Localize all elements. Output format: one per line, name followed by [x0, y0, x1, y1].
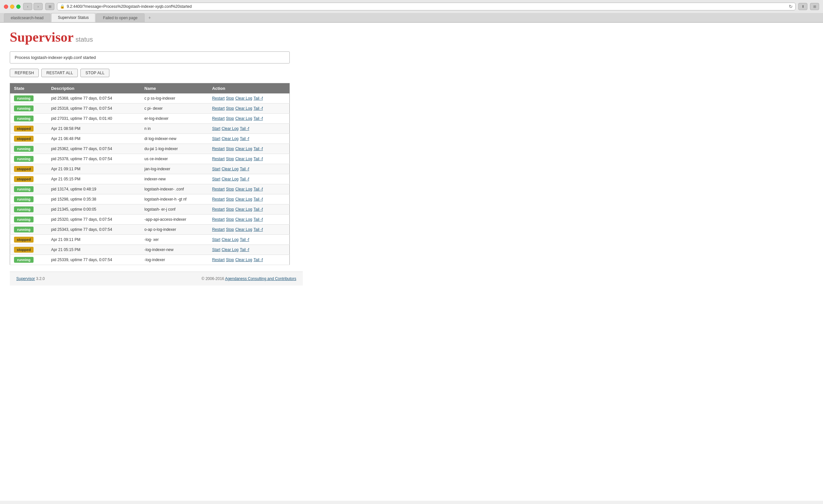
state-cell: stopped: [10, 235, 47, 245]
action-tail--f[interactable]: Tail -f: [254, 187, 263, 191]
restart-all-button[interactable]: RESTART ALL: [41, 69, 78, 77]
action-start[interactable]: Start: [212, 167, 220, 171]
action-tail--f[interactable]: Tail -f: [254, 258, 263, 262]
tab-failed[interactable]: Failed to open page: [96, 13, 144, 22]
table-row: runningpid 21345, uptime 0:00:05logstash…: [10, 204, 290, 214]
process-name: er-log-indexer: [145, 116, 169, 121]
action-stop[interactable]: Stop: [226, 96, 234, 101]
action-tail--f[interactable]: Tail -f: [240, 177, 250, 181]
action-clear-log[interactable]: Clear Log: [235, 106, 252, 111]
action-restart[interactable]: Restart: [212, 157, 225, 161]
action-tail--f[interactable]: Tail -f: [254, 157, 263, 161]
action-stop[interactable]: Stop: [226, 217, 234, 222]
action-clear-log[interactable]: Clear Log: [235, 147, 252, 151]
state-badge: running: [14, 186, 33, 192]
action-restart[interactable]: Restart: [212, 106, 225, 111]
supervisor-footer-link[interactable]: Supervisor: [16, 277, 35, 281]
address-bar[interactable]: 🔒 ↻: [57, 3, 796, 10]
action-restart[interactable]: Restart: [212, 258, 225, 262]
action-stop[interactable]: Stop: [226, 116, 234, 121]
action-stop[interactable]: Stop: [226, 207, 234, 212]
action-restart[interactable]: Restart: [212, 96, 225, 101]
action-stop[interactable]: Stop: [226, 147, 234, 151]
refresh-button[interactable]: REFRESH: [10, 69, 39, 77]
table-row: stoppedApr 21 05:15 PM-log-indexer-newSt…: [10, 245, 290, 255]
new-tab-button[interactable]: ⊞: [810, 3, 819, 10]
minimize-button[interactable]: [10, 5, 14, 9]
action-restart[interactable]: Restart: [212, 147, 225, 151]
action-start[interactable]: Start: [212, 237, 220, 242]
action-stop[interactable]: Stop: [226, 187, 234, 191]
close-button[interactable]: [4, 5, 8, 9]
message-text: Process logstash-indexer-xyqb.conf start…: [15, 55, 96, 60]
name-cell: jan-log-indexer: [141, 164, 208, 174]
action-tail--f[interactable]: Tail -f: [254, 96, 263, 101]
action-clear-log[interactable]: Clear Log: [235, 207, 252, 212]
action-clear-log[interactable]: Clear Log: [235, 227, 252, 232]
action-clear-log[interactable]: Clear Log: [235, 116, 252, 121]
action-tail--f[interactable]: Tail -f: [254, 197, 263, 201]
action-tail--f[interactable]: Tail -f: [240, 237, 250, 242]
action-restart[interactable]: Restart: [212, 187, 225, 191]
action-tail--f[interactable]: Tail -f: [254, 116, 263, 121]
action-clear-log[interactable]: Clear Log: [222, 167, 238, 171]
action-tail--f[interactable]: Tail -f: [254, 207, 263, 212]
action-start[interactable]: Start: [212, 247, 220, 252]
action-stop[interactable]: Stop: [226, 258, 234, 262]
action-tail--f[interactable]: Tail -f: [254, 147, 263, 151]
state-cell: running: [10, 194, 47, 204]
back-button[interactable]: ‹: [23, 3, 32, 10]
action-start[interactable]: Start: [212, 126, 220, 131]
url-input[interactable]: [67, 4, 787, 9]
name-cell: logstash- er-j conf: [141, 204, 208, 214]
reload-button[interactable]: ↻: [789, 4, 793, 9]
action-clear-log[interactable]: Clear Log: [222, 247, 238, 252]
action-clear-log[interactable]: Clear Log: [222, 126, 238, 131]
action-restart[interactable]: Restart: [212, 207, 225, 212]
action-tail--f[interactable]: Tail -f: [254, 106, 263, 111]
action-clear-log[interactable]: Clear Log: [235, 187, 252, 191]
action-clear-log[interactable]: Clear Log: [222, 237, 238, 242]
process-name: logstash-indexer- .conf: [145, 187, 184, 191]
state-cell: running: [10, 225, 47, 235]
action-clear-log[interactable]: Clear Log: [235, 217, 252, 222]
state-cell: running: [10, 144, 47, 154]
stop-all-button[interactable]: STOP ALL: [80, 69, 109, 77]
action-tail--f[interactable]: Tail -f: [240, 247, 250, 252]
add-tab-button[interactable]: +: [145, 13, 154, 22]
action-tail--f[interactable]: Tail -f: [254, 217, 263, 222]
sidebar-button[interactable]: ⊞: [45, 3, 54, 10]
action-clear-log[interactable]: Clear Log: [235, 258, 252, 262]
action-restart[interactable]: Restart: [212, 227, 225, 232]
process-name: du-jai 1-log-indexer: [145, 147, 178, 151]
action-stop[interactable]: Stop: [226, 106, 234, 111]
action-tail--f[interactable]: Tail -f: [240, 167, 250, 171]
forward-button[interactable]: ›: [33, 3, 43, 10]
action-stop[interactable]: Stop: [226, 227, 234, 232]
description-text: pid 21345, uptime 0:00:05: [51, 207, 97, 212]
action-clear-log[interactable]: Clear Log: [235, 197, 252, 201]
browser-actions: ⬆ ⊞: [798, 3, 819, 10]
action-clear-log[interactable]: Clear Log: [235, 96, 252, 101]
action-stop[interactable]: Stop: [226, 157, 234, 161]
tab-elasticsearch-head[interactable]: elasticsearch-head: [4, 13, 50, 22]
action-restart[interactable]: Restart: [212, 217, 225, 222]
action-tail--f[interactable]: Tail -f: [240, 126, 250, 131]
action-tail--f[interactable]: Tail -f: [240, 136, 250, 141]
action-tail--f[interactable]: Tail -f: [254, 227, 263, 232]
action-start[interactable]: Start: [212, 136, 220, 141]
description-cell: pid 13174, uptime 0:48:19: [47, 184, 141, 194]
action-start[interactable]: Start: [212, 177, 220, 181]
browser-chrome: ‹ › ⊞ 🔒 ↻ ⬆ ⊞ elasticsearch-head Supervi…: [0, 0, 823, 23]
action-clear-log[interactable]: Clear Log: [222, 136, 238, 141]
action-stop[interactable]: Stop: [226, 197, 234, 201]
action-restart[interactable]: Restart: [212, 197, 225, 201]
footer-contributors-link[interactable]: Agendaness Consulting and Contributors: [225, 277, 296, 281]
action-clear-log[interactable]: Clear Log: [222, 177, 238, 181]
share-button[interactable]: ⬆: [798, 3, 807, 10]
action-restart[interactable]: Restart: [212, 116, 225, 121]
action-clear-log[interactable]: Clear Log: [235, 157, 252, 161]
action-cell: RestartStopClear LogTail -f: [208, 225, 289, 235]
tab-supervisor-status[interactable]: Supervisor Status: [51, 13, 96, 22]
maximize-button[interactable]: [16, 5, 20, 9]
